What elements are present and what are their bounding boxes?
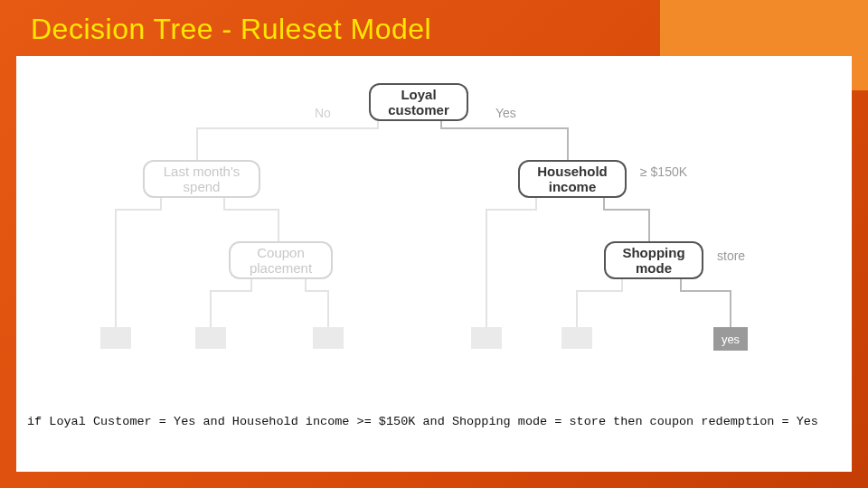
node-last-months-spend: Last month'sspend <box>143 160 260 198</box>
node-coupon-placement: Couponplacement <box>229 241 333 279</box>
node-label: Loyalcustomer <box>388 87 449 118</box>
slide-title: Decision Tree - Ruleset Model <box>31 13 431 46</box>
edge-label-no: No <box>315 106 331 120</box>
node-label: Householdincome <box>537 164 608 195</box>
leaf-label: yes <box>722 333 740 346</box>
edge-label-store: store <box>717 249 745 263</box>
decision-tree-diagram: Loyalcustomer No Yes Last month'sspend C… <box>16 65 852 381</box>
content-panel: Loyalcustomer No Yes Last month'sspend C… <box>16 56 852 472</box>
leaf-yes: yes <box>713 327 748 351</box>
leaf-blank-4 <box>471 327 502 349</box>
node-household-income: Householdincome <box>518 160 627 198</box>
slide: Decision Tree - Ruleset Model <box>0 0 868 488</box>
edge-label-150k: ≥ $150K <box>640 164 687 179</box>
leaf-blank-3 <box>313 327 344 349</box>
node-label: Last month'sspend <box>164 164 241 195</box>
leaf-blank-2 <box>195 327 226 349</box>
leaf-blank-1 <box>100 327 131 349</box>
leaf-blank-5 <box>561 327 592 349</box>
node-label: Shoppingmode <box>622 245 684 277</box>
rule-text: if Loyal Customer = Yes and Household in… <box>27 415 818 428</box>
node-loyal-customer: Loyalcustomer <box>369 83 468 121</box>
node-shopping-mode: Shoppingmode <box>604 241 703 279</box>
edge-label-yes: Yes <box>495 106 516 120</box>
node-label: Couponplacement <box>250 245 312 277</box>
